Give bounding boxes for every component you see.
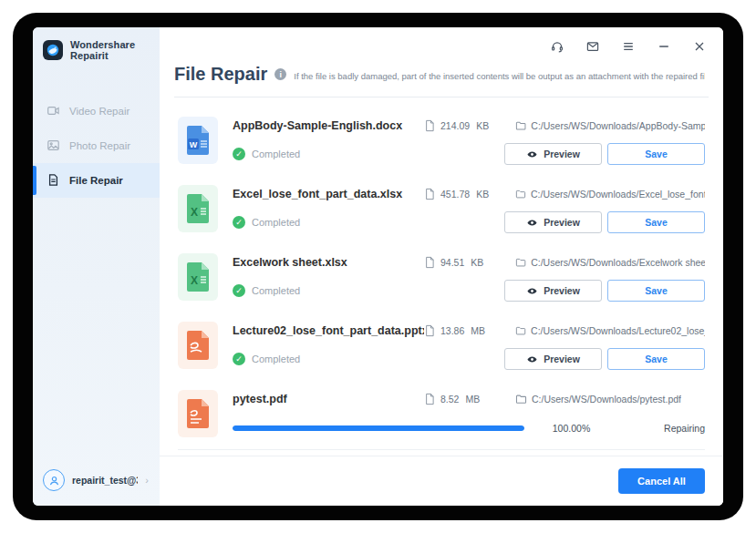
progress-bar [233,425,524,431]
file-name: AppBody-Sample-English.docx [233,119,424,132]
status-group: ✓ Completed [233,148,504,160]
file-size: 8.52 MB [424,393,515,405]
save-label: Save [645,354,668,364]
preview-label: Preview [544,285,580,296]
completed-check-icon: ✓ [233,148,245,160]
video-camera-icon [47,104,60,119]
preview-button[interactable]: Preview [504,348,602,370]
preview-button[interactable]: Preview [504,211,602,233]
sidebar-item-label: Photo Repair [69,140,130,151]
file-size-unit: KB [471,257,483,268]
preview-button[interactable]: Preview [504,143,602,165]
app-window: Wondershare Repairit Video Repair [33,27,723,506]
footer-bar: Cancel All [160,456,723,506]
file-name: Excel_lose_font_part_data.xlsx [233,188,424,200]
completed-check-icon: ✓ [233,216,245,229]
minimize-icon[interactable] [657,39,671,54]
progress-bar-fill [233,425,524,431]
status-group: ✓ Completed [233,216,504,229]
file-sheet-icon [424,188,435,200]
headset-support-icon[interactable] [550,39,564,54]
preview-label: Preview [544,354,580,364]
file-size: 451.78 KB [424,188,515,200]
status-group: ✓ Completed [233,284,504,297]
progress-status: Repairing [618,423,705,434]
excel-spreadsheet-icon: X [178,185,218,232]
file-size-value: 94.51 [440,257,464,268]
status-label: Completed [252,354,300,364]
repairit-logo-icon [43,40,63,60]
user-avatar-icon [43,469,65,491]
menu-icon[interactable] [621,39,636,54]
file-size-unit: KB [476,189,489,200]
file-path-text: C:/Users/WS/Downloads/AppBody-Samp... [531,120,705,131]
file-path: C:/Users/WS/Downloads/Lecture02_lose_... [515,325,705,336]
save-button[interactable]: Save [607,143,705,165]
eye-icon [526,285,538,297]
app-title: Wondershare Repairit [70,39,152,61]
file-size: 13.86 MB [424,324,515,337]
app-logo: Wondershare Repairit [33,27,160,70]
preview-button[interactable]: Preview [504,280,602,302]
eye-icon [526,217,538,229]
sidebar-item-label: File Repair [69,175,123,186]
file-sheet-icon [424,393,435,405]
svg-text:W: W [190,140,198,149]
file-name: Excelwork sheet.xlsx [233,256,424,269]
file-path: C:/Users/WS/Downloads/AppBody-Samp... [515,120,705,131]
status-label: Completed [252,285,300,296]
chevron-right-icon[interactable]: › [145,475,152,486]
status-label: Completed [252,149,300,159]
progress-percent: 100.00% [524,423,618,434]
file-size: 94.51 KB [424,256,515,269]
file-size-unit: MB [465,394,480,405]
sidebar-item-label: Video Repair [69,106,129,117]
close-icon[interactable] [692,39,707,54]
file-sheet-icon [424,256,435,269]
sidebar-item-photo-repair[interactable]: Photo Repair [33,128,160,163]
sidebar: Wondershare Repairit Video Repair [33,27,160,506]
file-size-value: 451.78 [440,189,470,200]
file-path: C:/Users/WS/Downloads/Excelwork sheet... [515,257,705,268]
account-row[interactable]: repairit_test@30... › [33,458,160,506]
file-path: C:/Users/WS/Downloads/pytest.pdf [515,394,705,405]
save-label: Save [645,285,668,296]
file-path-text: C:/Users/WS/Downloads/Excelwork sheet... [531,257,705,268]
account-name: repairit_test@30... [72,475,138,486]
file-name: Lecture02_lose_font_part_data.pptx [233,324,424,337]
eye-icon [526,354,538,365]
file-size-value: 13.86 [440,325,464,336]
folder-icon [515,257,526,268]
preview-label: Preview [544,149,580,159]
preview-label: Preview [544,217,580,228]
word-document-icon: W [178,117,218,164]
file-path-text: C:/Users/WS/Downloads/Excel_lose_font_..… [531,189,705,200]
status-group: ✓ Completed [233,353,504,365]
info-icon: i [274,68,286,80]
completed-check-icon: ✓ [233,284,245,297]
file-sheet-icon [424,119,435,132]
file-row: pytest.pdf 8.52 MB C:/Users/WS/Downloads… [160,381,723,449]
file-list: W AppBody-Sample-English.docx 214.09 KB … [160,97,723,456]
folder-icon [515,120,526,131]
feedback-mail-icon[interactable] [585,39,600,54]
pdf-icon [178,390,218,437]
main-panel: File Repair i If the file is badly damag… [160,27,723,506]
sidebar-item-video-repair[interactable]: Video Repair [33,94,160,128]
folder-icon [515,325,526,336]
cancel-all-button[interactable]: Cancel All [618,468,705,494]
file-size-value: 8.52 [440,394,459,405]
file-size-unit: MB [471,325,485,336]
page-title: File Repair [174,64,267,85]
svg-text:X: X [191,274,198,287]
file-path-text: C:/Users/WS/Downloads/Lecture02_lose_... [531,325,705,336]
status-label: Completed [252,217,300,228]
save-button[interactable]: Save [607,211,705,233]
list-divider [178,449,705,450]
eye-icon [526,149,538,160]
save-button[interactable]: Save [607,348,705,370]
save-button[interactable]: Save [607,280,705,302]
sidebar-item-file-repair[interactable]: File Repair [33,163,160,198]
file-path: C:/Users/WS/Downloads/Excel_lose_font_..… [515,189,705,200]
file-path-text: C:/Users/WS/Downloads/pytest.pdf [532,394,681,405]
